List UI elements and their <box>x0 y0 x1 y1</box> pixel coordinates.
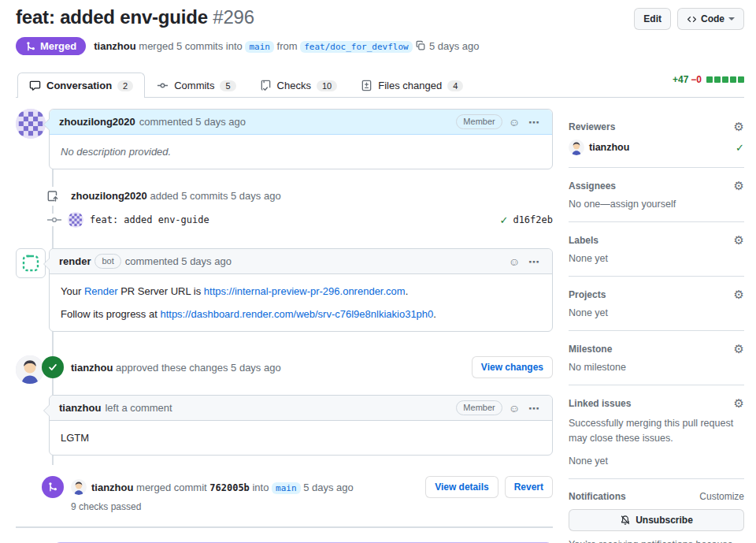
comment-header: tianzhou left a comment Member ☺ ⋯ <box>50 396 552 421</box>
section-title: Projects <box>569 289 606 300</box>
comment-author[interactable]: render <box>59 255 91 267</box>
copy-icon[interactable] <box>415 40 426 51</box>
commit-row: feat: added env-guide ✓ d16f2eb <box>16 212 553 228</box>
diff-stat[interactable]: +47 −0 <box>673 74 744 85</box>
preview-url-link[interactable]: https://internal-preview-pr-296.onrender… <box>204 285 406 297</box>
comment-zhouzilong: zhouzilong2020 commented 5 days ago Memb… <box>16 109 553 169</box>
reviewer-row[interactable]: tianzhou ✓ <box>569 139 744 155</box>
section-title: Assignees <box>569 180 616 192</box>
merge-summary: tianzhou merged 5 commits into main from… <box>94 40 479 52</box>
view-changes-button[interactable]: View changes <box>472 356 553 378</box>
gear-icon[interactable]: ⚙ <box>734 397 744 409</box>
emoji-icon[interactable]: ☺ <box>506 403 522 414</box>
merged-badge: Merged <box>16 37 86 55</box>
checklist-icon <box>260 80 272 91</box>
gear-icon[interactable]: ⚙ <box>734 288 744 300</box>
pr-header: feat: added env-guide #296 Edit Code <box>16 6 744 30</box>
section-title: Labels <box>569 235 598 246</box>
base-branch-label[interactable]: main <box>272 482 301 494</box>
gear-icon[interactable]: ⚙ <box>734 121 744 132</box>
avatar[interactable] <box>16 109 46 139</box>
commit-sha[interactable]: d16f2eb <box>513 214 553 225</box>
event-author[interactable]: tianzhou <box>71 362 113 374</box>
git-merge-icon <box>42 476 64 498</box>
event-author[interactable]: zhouzilong2020 <box>71 190 147 202</box>
merge-author[interactable]: tianzhou <box>94 40 135 52</box>
code-icon <box>687 14 697 24</box>
view-details-button[interactable]: View details <box>425 476 498 498</box>
diff-blocks <box>706 76 744 83</box>
merged-sha[interactable]: 762005b <box>209 482 250 493</box>
gear-icon[interactable]: ⚙ <box>734 180 744 192</box>
merge-time: 5 days ago <box>429 40 480 52</box>
comment-body: Your Render PR Server URL is https://int… <box>50 274 552 331</box>
pr-status-row: Merged tianzhou merged 5 commits into ma… <box>16 37 744 55</box>
pr-sidebar: Reviewers⚙ tianzhou ✓ Assignees⚙ No one—… <box>569 109 744 543</box>
notifications-section: Notifications Customize Unsubscribe You’… <box>569 479 744 543</box>
comment-render-bot: render bot commented 5 days ago ☺ ⋯ Your… <box>16 248 553 332</box>
timeline-divider <box>16 526 553 528</box>
revert-button[interactable]: Revert <box>505 476 553 498</box>
kebab-menu-icon[interactable]: ⋯ <box>526 256 543 267</box>
dashboard-url-link[interactable]: https://dashboard.render.com/web/srv-c76… <box>160 308 433 320</box>
check-icon[interactable]: ✓ <box>500 214 509 226</box>
kebab-menu-icon[interactable]: ⋯ <box>526 403 543 414</box>
section-title: Milestone <box>569 344 612 355</box>
tab-count: 2 <box>117 80 133 91</box>
comment-author[interactable]: zhouzilong2020 <box>59 116 135 128</box>
bot-paragraph-1: Your Render PR Server URL is https://int… <box>61 285 541 297</box>
pr-page: feat: added env-guide #296 Edit Code Mer… <box>0 0 756 543</box>
tab-count: 5 <box>220 80 235 91</box>
assignees-empty[interactable]: No one—assign yourself <box>569 199 744 210</box>
checks-passed-link[interactable]: 9 checks passed <box>16 501 553 512</box>
git-merge-icon <box>25 41 36 52</box>
pr-number: #296 <box>213 6 254 28</box>
render-link[interactable]: Render <box>84 285 118 297</box>
commit-message[interactable]: feat: added env-guide <box>90 214 209 225</box>
section-title: Linked issues <box>569 398 631 409</box>
reviewers-section: Reviewers⚙ tianzhou ✓ <box>569 109 744 168</box>
customize-link[interactable]: Customize <box>699 491 744 502</box>
member-badge: Member <box>456 114 502 129</box>
render-bot-avatar[interactable] <box>16 248 46 278</box>
chevron-down-icon <box>728 17 735 20</box>
emoji-icon[interactable]: ☺ <box>506 117 522 128</box>
assignees-section: Assignees⚙ No one—assign yourself <box>569 168 744 222</box>
avatar[interactable] <box>71 479 87 495</box>
bell-slash-icon <box>620 515 631 526</box>
comment-header: render bot commented 5 days ago ☺ ⋯ <box>50 249 552 274</box>
section-title: Notifications <box>569 491 626 502</box>
repo-push-icon <box>43 187 62 206</box>
kebab-menu-icon[interactable]: ⋯ <box>526 117 543 128</box>
event-author[interactable]: tianzhou <box>91 482 133 493</box>
emoji-icon[interactable]: ☺ <box>506 256 522 267</box>
member-badge: Member <box>456 400 502 415</box>
additions: +47 <box>673 74 688 85</box>
base-branch-label[interactable]: main <box>245 41 274 53</box>
labels-empty: None yet <box>569 253 744 264</box>
comment-icon <box>29 80 41 91</box>
tab-commits[interactable]: Commits5 <box>145 73 247 98</box>
bot-badge: bot <box>94 254 120 269</box>
tab-checks[interactable]: Checks10 <box>248 73 350 98</box>
approved-check-icon <box>42 356 64 378</box>
head-branch-label[interactable]: feat/doc_for_devflow <box>300 41 412 53</box>
tab-files-changed[interactable]: Files changed4 <box>349 73 475 98</box>
deletions: −0 <box>691 74 702 85</box>
tab-conversation[interactable]: Conversation2 <box>17 73 145 98</box>
commit-icon <box>47 214 61 226</box>
projects-section: Projects⚙ None yet <box>569 277 744 331</box>
approved-event: tianzhou approved these changes 5 days a… <box>16 355 553 384</box>
section-title: Reviewers <box>569 121 615 132</box>
milestone-section: Milestone⚙ No milestone <box>569 331 744 385</box>
reviewer-name: tianzhou <box>589 142 629 153</box>
gear-icon[interactable]: ⚙ <box>734 234 744 246</box>
comment-author[interactable]: tianzhou <box>59 402 101 414</box>
code-button[interactable]: Code <box>677 8 744 30</box>
unsubscribe-button[interactable]: Unsubscribe <box>569 509 744 531</box>
edit-button[interactable]: Edit <box>634 8 671 30</box>
avatar[interactable] <box>68 212 83 228</box>
comment-body: No description provided. <box>50 135 552 169</box>
bot-paragraph-2: Follow its progress at https://dashboard… <box>61 308 541 320</box>
gear-icon[interactable]: ⚙ <box>734 343 744 355</box>
